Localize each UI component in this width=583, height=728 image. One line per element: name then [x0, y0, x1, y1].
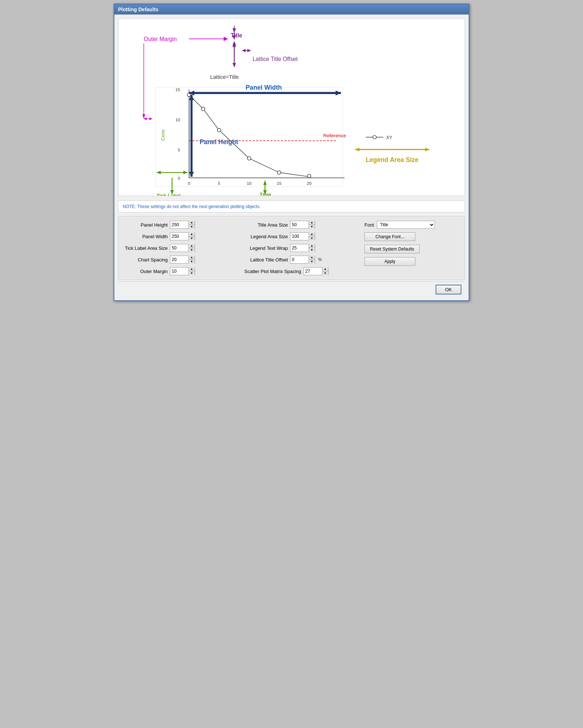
chart-spacing-row: Chart Spacing ▲ ▼	[124, 256, 241, 264]
svg-marker-15	[242, 49, 246, 52]
reset-defaults-button[interactable]: Reset System Defaults	[364, 245, 420, 253]
panel-height-label: Panel Height	[124, 222, 168, 228]
lattice-offset-buttons: ▲ ▼	[309, 256, 315, 264]
outer-margin-spinner[interactable]: ▲ ▼	[170, 267, 195, 275]
diagram-area: Outer Margin Title Lattice Title Offset	[118, 18, 465, 196]
svg-text:Panel Width: Panel Width	[245, 84, 282, 91]
outer-margin-row: Outer Margin ▲ ▼	[124, 267, 241, 275]
panel-width-down[interactable]: ▼	[189, 236, 195, 240]
note-area: NOTE: These settings do not affect the n…	[118, 200, 465, 212]
chart-spacing-up[interactable]: ▲	[189, 256, 195, 260]
outer-margin-down[interactable]: ▼	[189, 271, 195, 275]
scatter-spacing-spinner[interactable]: ▲ ▼	[303, 267, 329, 275]
lattice-offset-down[interactable]: ▼	[309, 260, 315, 264]
chart-spacing-down[interactable]: ▼	[189, 260, 195, 264]
legend-area-input[interactable]	[290, 233, 309, 240]
tick-label-input[interactable]	[170, 244, 188, 252]
lattice-offset-spinner[interactable]: ▲ ▼	[290, 256, 315, 264]
panel-width-up[interactable]: ▲	[189, 232, 195, 236]
svg-point-35	[247, 156, 251, 160]
svg-text:Legend Area Size: Legend Area Size	[366, 156, 419, 163]
font-select[interactable]: Title Axis Legend Tick	[377, 221, 435, 229]
outer-margin-up[interactable]: ▲	[189, 267, 195, 271]
panel-height-row: Panel Height ▲ ▼	[124, 221, 241, 229]
legend-area-label: Legend Area Size	[244, 234, 288, 239]
panel-height-buttons: ▲ ▼	[188, 221, 195, 229]
svg-text:20: 20	[307, 181, 311, 186]
outer-margin-input[interactable]	[170, 268, 188, 275]
svg-marker-16	[247, 49, 251, 52]
scatter-spacing-up[interactable]: ▲	[322, 267, 328, 271]
font-label: Font	[364, 222, 374, 228]
svg-text:10: 10	[175, 117, 180, 122]
chart-spacing-input[interactable]	[170, 256, 188, 263]
lattice-offset-up[interactable]: ▲	[309, 256, 315, 260]
legend-area-down[interactable]: ▼	[309, 236, 315, 240]
lattice-offset-input[interactable]	[290, 256, 309, 263]
panel-height-spinner[interactable]: ▲ ▼	[170, 221, 195, 229]
chart-spacing-spinner[interactable]: ▲ ▼	[170, 256, 195, 264]
scatter-spacing-input[interactable]	[304, 268, 322, 275]
svg-text:5: 5	[178, 147, 180, 152]
svg-text:10: 10	[247, 181, 252, 186]
outer-margin-buttons: ▲ ▼	[188, 267, 195, 275]
tick-label-label: Tick Label Area Size	[124, 245, 168, 251]
title-area-spinner[interactable]: ▲ ▼	[290, 221, 315, 229]
svg-text:Reference: Reference	[323, 133, 346, 138]
panel-height-input[interactable]	[170, 221, 188, 228]
legend-area-buttons: ▲ ▼	[309, 232, 315, 240]
svg-text:Conc: Conc	[160, 129, 166, 141]
scatter-spacing-label: Scatter Plot Matrix Spacing	[244, 269, 301, 274]
svg-text:0: 0	[188, 181, 190, 186]
outer-margin-label: Outer Margin	[124, 269, 168, 274]
legend-area-up[interactable]: ▲	[309, 232, 315, 236]
legend-wrap-down[interactable]: ▼	[309, 248, 315, 252]
chart-spacing-buttons: ▲ ▼	[188, 256, 195, 264]
svg-point-33	[201, 107, 205, 111]
note-text: NOTE: These settings do not affect the n…	[123, 204, 261, 209]
svg-text:Outer Margin: Outer Margin	[144, 36, 177, 42]
panel-height-down[interactable]: ▼	[189, 225, 195, 229]
font-row: Font Title Axis Legend Tick	[364, 221, 435, 229]
panel-width-spinner[interactable]: ▲ ▼	[170, 232, 195, 240]
svg-marker-3	[142, 114, 145, 119]
apply-button[interactable]: Apply	[364, 257, 415, 266]
legend-area-spinner[interactable]: ▲ ▼	[290, 232, 315, 240]
svg-point-59	[373, 135, 376, 139]
legend-wrap-row: Legend Text Wrap ▲ ▼	[244, 244, 361, 252]
change-font-button[interactable]: Change Font...	[364, 232, 415, 241]
title-area-down[interactable]: ▼	[309, 225, 315, 229]
svg-text:5: 5	[218, 181, 220, 186]
panel-width-row: Panel Width ▲ ▼	[124, 232, 241, 240]
tick-label-down[interactable]: ▼	[189, 248, 195, 252]
plotting-defaults-window: Plotting Defaults Outer Margin Title	[114, 4, 469, 301]
svg-text:15: 15	[277, 181, 281, 186]
tick-label-up[interactable]: ▲	[189, 244, 195, 248]
svg-marker-5	[144, 117, 147, 120]
title-bar: Plotting Defaults	[114, 4, 469, 15]
panel-width-label: Panel Width	[124, 234, 168, 239]
svg-text:15: 15	[175, 87, 180, 92]
controls-area: Panel Height ▲ ▼ Panel Width	[118, 216, 465, 280]
svg-marker-69	[232, 63, 236, 68]
legend-wrap-up[interactable]: ▲	[309, 244, 315, 248]
svg-point-34	[217, 128, 221, 132]
svg-text:Title: Title	[231, 32, 242, 38]
panel-height-up[interactable]: ▲	[189, 221, 195, 225]
svg-text:Tick Label: Tick Label	[156, 193, 180, 196]
tick-label-spinner[interactable]: ▲ ▼	[170, 244, 195, 252]
scatter-spacing-down[interactable]: ▼	[322, 271, 328, 275]
svg-text:Lattice Title Offset: Lattice Title Offset	[253, 56, 298, 62]
panel-width-buttons: ▲ ▼	[188, 232, 195, 240]
svg-text:Lattice=Title: Lattice=Title	[210, 74, 239, 80]
chart-spacing-label: Chart Spacing	[124, 257, 168, 263]
scatter-spacing-row: Scatter Plot Matrix Spacing ▲ ▼	[244, 267, 361, 275]
legend-wrap-input[interactable]	[290, 244, 309, 252]
ok-button[interactable]: OK	[436, 285, 461, 294]
title-area-up[interactable]: ▲	[309, 221, 315, 225]
panel-width-input[interactable]	[170, 233, 188, 240]
title-area-input[interactable]	[290, 221, 309, 228]
legend-wrap-spinner[interactable]: ▲ ▼	[290, 244, 315, 252]
lattice-offset-row: Lattice Title Offset ▲ ▼ %	[244, 256, 361, 264]
legend-wrap-buttons: ▲ ▼	[309, 244, 315, 252]
